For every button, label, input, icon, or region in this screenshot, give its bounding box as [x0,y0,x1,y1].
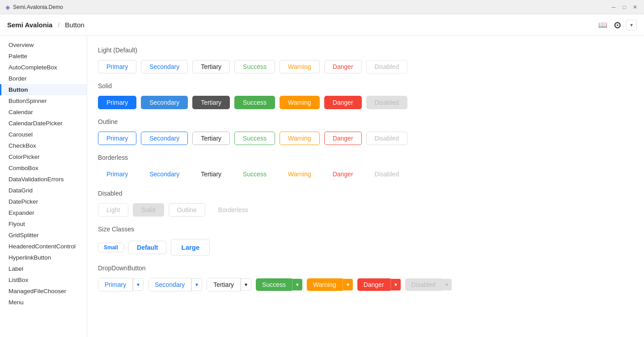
btn-outline-tertiary[interactable]: Tertiary [192,132,230,145]
btn-size-default[interactable]: Default [128,241,166,254]
brand-label: Semi Avalonia [7,21,52,29]
page-title: Button [65,21,84,29]
btn-size-large[interactable]: Large [171,239,210,256]
btn-light-warning[interactable]: Warning [280,60,320,73]
dropdown-danger-arrow[interactable]: ▾ [390,279,401,290]
section-title-outline: Outline [98,118,633,125]
dropdown-disabled-arrow: ▾ [442,279,452,290]
dropdown-tertiary-arrow[interactable]: ▾ [241,278,251,291]
sidebar-item-hyperlinkbutton[interactable]: HyperlinkButton [0,252,87,263]
sidebar-item-calendardatepicker[interactable]: CalendarDatePicker [0,118,87,129]
btn-outline-primary[interactable]: Primary [98,132,136,145]
button-row-light: Primary Secondary Tertiary Success Warni… [98,60,633,73]
btn-borderless-disabled: Disabled [366,167,407,181]
content-area: Light (Default) Primary Secondary Tertia… [87,36,644,337]
btn-borderless-danger[interactable]: Danger [324,167,362,181]
sidebar-item-button[interactable]: Button [0,84,87,95]
dropdown-success-main[interactable]: Success [256,278,292,291]
btn-light-tertiary[interactable]: Tertiary [192,60,230,73]
section-title-light: Light (Default) [98,47,633,54]
btn-disabled-solid: Solid [133,203,164,217]
sidebar-item-listbox[interactable]: ListBox [0,274,87,286]
section-title-size: Size Classes [98,226,633,233]
sidebar-item-combobox[interactable]: ComboBox [0,162,87,174]
btn-solid-primary[interactable]: Primary [98,96,136,109]
button-row-dropdown: Primary ▾ Secondary ▾ Tertiary ▾ Success… [98,278,633,291]
sidebar-item-buttonspinner[interactable]: ButtonSpinner [0,95,87,107]
btn-borderless-primary[interactable]: Primary [98,167,136,181]
btn-borderless-tertiary[interactable]: Tertiary [192,167,230,181]
sidebar-item-headeredcontentcontrol[interactable]: HeaderedContentControl [0,241,87,252]
btn-light-success[interactable]: Success [234,60,275,73]
main-area: Overview Palette AutoCompleteBox Border … [0,36,644,337]
btn-light-danger[interactable]: Danger [324,60,362,73]
sidebar-item-carousel[interactable]: Carousel [0,129,87,140]
dropdown-disabled-main: Disabled [405,278,442,291]
dropdown-primary-arrow[interactable]: ▾ [133,278,144,291]
sidebar-item-border[interactable]: Border [0,73,87,84]
dropdown-danger: Danger ▾ [357,278,401,291]
btn-borderless-success[interactable]: Success [234,167,275,181]
dropdown-secondary-main[interactable]: Secondary [148,278,191,291]
button-row-size: Small Default Large [98,239,633,256]
sidebar-item-datepicker[interactable]: DatePicker [0,196,87,207]
sidebar-item-label[interactable]: Label [0,263,87,274]
sidebar-item-autocompletebox[interactable]: AutoCompleteBox [0,62,87,73]
btn-solid-tertiary[interactable]: Tertiary [192,96,230,109]
dropdown-primary-main[interactable]: Primary [98,278,133,291]
sidebar-item-gridsplitter[interactable]: GridSplitter [0,230,87,241]
sidebar-item-menu[interactable]: Menu [0,297,87,308]
btn-outline-secondary[interactable]: Secondary [141,132,188,145]
btn-solid-warning[interactable]: Warning [280,96,320,109]
dropdown-secondary-arrow[interactable]: ▾ [191,278,202,291]
dropdown-danger-main[interactable]: Danger [357,278,390,291]
sidebar-item-colorpicker[interactable]: ColorPicker [0,151,87,162]
theme-dropdown[interactable]: ▾ [626,20,637,30]
btn-outline-danger[interactable]: Danger [324,132,362,145]
button-row-borderless: Primary Secondary Tertiary Success Warni… [98,167,633,181]
btn-solid-success[interactable]: Success [234,96,275,109]
dropdown-success: Success ▾ [256,278,302,291]
header: Semi Avalonia / Button 📖 ⊙ ▾ [0,14,644,36]
sidebar-item-palette[interactable]: Palette [0,51,87,62]
sidebar-item-flyout[interactable]: Flyout [0,218,87,230]
header-separator: / [58,21,59,29]
btn-outline-warning[interactable]: Warning [280,132,320,145]
sidebar-item-calendar[interactable]: Calendar [0,107,87,118]
sidebar-item-overview[interactable]: Overview [0,39,87,51]
minimize-button[interactable]: ─ [610,4,617,11]
btn-disabled-light: Light [98,203,128,217]
dropdown-success-arrow[interactable]: ▾ [292,279,302,290]
dropdown-disabled: Disabled ▾ [405,278,452,291]
sidebar-item-datavalidationerrors[interactable]: DataValidationErrors [0,174,87,185]
btn-borderless-warning[interactable]: Warning [280,167,320,181]
section-title-borderless: Borderless [98,154,633,161]
sidebar-item-checkbox[interactable]: CheckBox [0,140,87,151]
maximize-button[interactable]: □ [621,4,628,11]
sidebar-item-expander[interactable]: Expander [0,207,87,218]
btn-size-small[interactable]: Small [98,243,124,252]
dropdown-warning-main[interactable]: Warning [307,278,343,291]
dropdown-tertiary-main[interactable]: Tertiary [207,278,241,291]
dropdown-warning-arrow[interactable]: ▾ [343,279,353,290]
book-icon[interactable]: 📖 [597,20,608,30]
btn-outline-success[interactable]: Success [234,132,275,145]
sidebar-item-managedfilechooser[interactable]: ManagedFileChooser [0,286,87,297]
close-button[interactable]: ✕ [631,4,639,11]
dropdown-tertiary: Tertiary ▾ [207,278,251,291]
sidebar-item-datagrid[interactable]: DataGrid [0,185,87,196]
btn-light-primary[interactable]: Primary [98,60,136,73]
titlebar-title: Semi.Avalonia.Demo [13,4,610,10]
btn-solid-secondary[interactable]: Secondary [141,96,188,109]
section-title-dropdown: DropDownButton [98,264,633,272]
dropdown-primary: Primary ▾ [98,278,144,291]
dropdown-warning: Warning ▾ [307,278,353,291]
github-icon[interactable]: ⊙ [612,20,623,30]
section-title-solid: Solid [98,82,633,90]
titlebar: ◈ Semi.Avalonia.Demo ─ □ ✕ [0,0,644,14]
btn-light-secondary[interactable]: Secondary [141,60,188,73]
btn-solid-danger[interactable]: Danger [324,96,362,109]
dropdown-arrow-icon: ▾ [630,22,633,28]
btn-borderless-secondary[interactable]: Secondary [141,167,188,181]
btn-outline-disabled: Disabled [366,132,407,145]
